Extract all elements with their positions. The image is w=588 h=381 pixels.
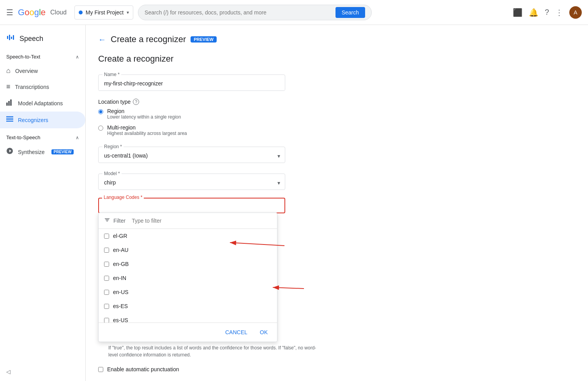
auto-punctuation-row: Enable automatic punctuation [98,366,316,372]
more-options-icon[interactable]: ⋮ [555,8,563,17]
radio-multiregion-label: Multi-region [107,124,187,131]
auto-punctuation-section: Enable automatic punctuation [98,366,316,372]
lang-option-en-au[interactable]: en-AU [99,243,277,257]
filter-row: Filter [99,213,277,229]
radio-region-input[interactable] [98,109,103,114]
model-select-wrapper: chirp latest_long latest_short ▾ [99,176,285,190]
lang-checkbox-en-in[interactable] [104,276,109,281]
radio-multiregion-option: Multi-region Highest availability across… [98,124,285,136]
location-type-group: Location type ? Region Lower latency wit… [98,99,576,136]
auto-punctuation-checkbox[interactable] [98,367,103,372]
recognizers-icon [6,115,13,124]
sidebar-section-tts[interactable]: Text-to-Speech ∧ [0,131,85,144]
lang-checkbox-en-au[interactable] [104,248,109,253]
lang-checkbox-en-gb[interactable] [104,262,109,267]
lang-code-en-gb: en-GB [113,261,129,267]
topbar: ☰ Google Cloud My First Project ▾ Search… [0,0,588,25]
dropdown-ok-button[interactable]: OK [257,327,271,338]
overview-icon: ⌂ [6,67,11,75]
radio-multiregion-input[interactable] [98,126,103,131]
sidebar-collapse-btn[interactable]: ◁ [6,369,11,375]
model-select[interactable]: chirp latest_long latest_short [99,176,285,190]
svg-rect-1 [9,35,10,40]
tts-collapse-icon: ∧ [76,135,79,140]
topbar-logo: Google Cloud [18,7,67,18]
location-type-text: Location type [98,99,131,105]
page-header: ← Create a recognizer PREVIEW [98,34,576,44]
lang-code-en-au: en-AU [113,247,129,253]
sidebar-app-name: Speech [19,35,43,43]
project-name: My First Project [86,9,124,16]
word-confidence-desc: If "true", the top result includes a lis… [108,344,316,358]
notifications-icon[interactable]: 🔔 [529,8,539,17]
help-icon[interactable]: ? [545,8,549,17]
filter-input[interactable] [132,218,272,224]
name-input[interactable] [99,77,285,90]
svg-rect-10 [6,121,13,122]
terminal-icon[interactable]: ⬛ [513,8,523,17]
avatar[interactable]: A [569,6,582,19]
sidebar-model-adaptations-label: Model Adaptations [18,100,63,106]
speech-app-icon [6,33,16,44]
section-title: Create a recognizer [98,54,576,64]
sidebar-section-stt[interactable]: Speech-to-Text ∧ [0,51,85,63]
search-input[interactable] [145,9,332,16]
dropdown-actions: CANCEL OK [99,323,277,342]
sidebar-item-transcriptions[interactable]: ≡ Transcriptions [0,79,85,95]
radio-region-label: Region [107,108,181,114]
lang-code-en-us: en-US [113,289,129,295]
svg-rect-9 [6,119,13,120]
lang-codes-box[interactable] [98,198,285,213]
region-fieldset: Region * us-central1 (Iowa) us-east1 (So… [98,144,285,163]
sidebar-synthesize-label: Synthesize [18,149,44,155]
location-type-help-icon[interactable]: ? [133,99,139,105]
sidebar-item-synthesize[interactable]: Synthesize PREVIEW [0,144,85,160]
svg-rect-3 [13,35,14,40]
lang-option-en-us[interactable]: en-US [99,285,277,299]
google-logo: Google [18,7,46,18]
project-dropdown-arrow: ▾ [127,10,129,15]
lang-option-en-gb[interactable]: en-GB [99,257,277,271]
auto-punctuation-label: Enable automatic punctuation [107,366,179,372]
model-legend: Model * [102,171,122,176]
svg-rect-6 [10,99,12,106]
page-title: Create a recognizer [111,34,186,44]
sidebar-overview-label: Overview [15,68,38,74]
lang-codes-label: Language Codes * [102,195,144,200]
lang-option-el-gr[interactable]: el-GR [99,229,277,243]
sidebar-item-overview[interactable]: ⌂ Overview [0,63,85,79]
lang-codes-section: Language Codes * Filter el-GR [98,198,285,213]
sidebar-item-model-adaptations[interactable]: Model Adaptations [0,95,85,112]
search-button[interactable]: Search [335,7,365,18]
sidebar-item-recognizers[interactable]: Recognizers [0,112,85,128]
tts-section-label: Text-to-Speech [6,135,40,140]
lang-checkbox-en-us[interactable] [104,290,109,295]
lang-checkbox-es-us[interactable] [104,318,109,323]
filter-icon [104,217,110,225]
name-field-group: Name * [98,72,285,91]
svg-rect-5 [8,101,10,106]
svg-rect-2 [11,37,12,39]
radio-region-option: Region Lower latency within a single reg… [98,108,285,120]
radio-multiregion-text: Multi-region Highest availability across… [107,124,187,136]
dropdown-cancel-button[interactable]: CANCEL [222,327,251,338]
region-select[interactable]: us-central1 (Iowa) us-east1 (South Carol… [99,149,285,163]
transcriptions-icon: ≡ [6,83,11,91]
menu-icon[interactable]: ☰ [6,8,13,17]
lang-option-es-es[interactable]: es-ES [99,299,277,313]
svg-rect-7 [6,116,13,117]
sidebar-recognizers-label: Recognizers [18,117,48,123]
lang-option-en-in[interactable]: en-IN [99,271,277,285]
main-layout: Speech Speech-to-Text ∧ ⌂ Overview ≡ Tra… [0,25,588,381]
project-selector[interactable]: My First Project ▾ [74,5,133,19]
search-bar: Search [138,5,372,20]
radio-region-desc: Lower latency within a single region [107,114,181,120]
name-fieldset: Name * [98,72,285,91]
lang-option-es-us[interactable]: es-US [99,313,277,323]
lang-checkbox-es-es[interactable] [104,304,109,309]
lang-checkbox-el-gr[interactable] [104,234,109,239]
stt-collapse-icon: ∧ [76,54,79,60]
topbar-actions: ⬛ 🔔 ? ⋮ A [513,6,582,19]
lang-code-es-es: es-ES [113,303,128,309]
back-button[interactable]: ← [98,35,106,44]
